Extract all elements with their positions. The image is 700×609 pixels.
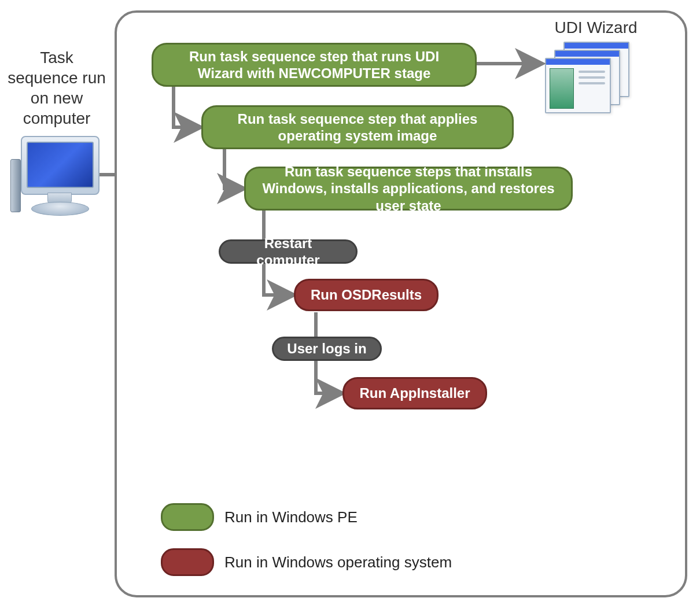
step-run-udi-wizard: Run task sequence step that runs UDI Wiz… [152,43,477,87]
legend-text-os: Run in Windows operating system [224,553,452,571]
legend-swatch-green [161,503,214,531]
step-apply-os-image: Run task sequence step that applies oper… [201,105,514,149]
wizard-pages-icon [545,42,638,117]
step-install-windows-apps-state: Run task sequence steps that installs Wi… [244,167,573,211]
step-restart-computer: Restart computer [219,239,358,264]
legend-text-pe: Run in Windows PE [224,508,358,526]
wizard-label: UDI Wizard [515,19,677,37]
diagram-canvas: Task sequence run on new computer UDI Wi… [0,0,700,609]
legend-run-in-winpe: Run in Windows PE [161,503,358,531]
side-label: Task sequence run on new computer [5,47,109,128]
step-user-logs-in: User logs in [272,337,382,361]
legend-run-in-os: Run in Windows operating system [161,548,452,576]
step-run-appinstaller: Run AppInstaller [342,377,487,409]
computer-icon [7,136,105,223]
step-run-osdresults: Run OSDResults [294,279,439,311]
legend-swatch-red [161,548,214,576]
